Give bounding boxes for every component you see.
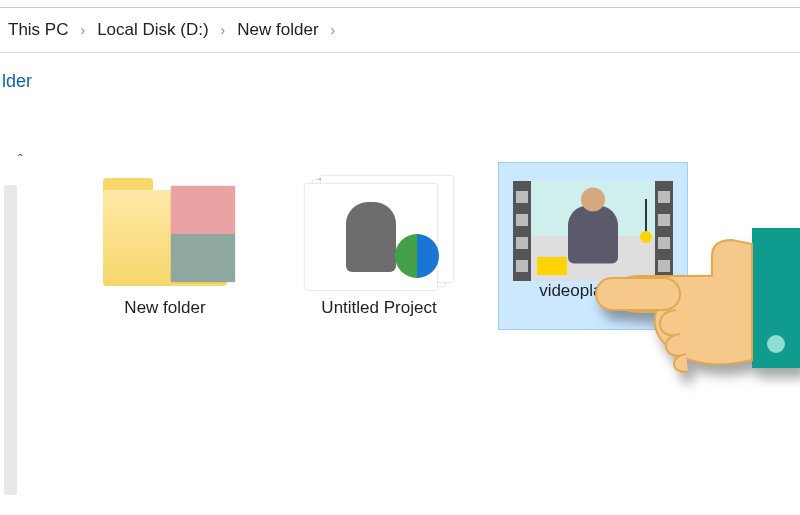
collapse-panel-icon[interactable]: ˆ: [18, 152, 23, 168]
film-strip-icon: [513, 181, 531, 281]
window-top-border: [0, 0, 800, 8]
file-list: New folder Untitled Project: [40, 150, 800, 342]
toolbar-label-partial[interactable]: lder: [2, 71, 32, 91]
chevron-right-icon: ›: [215, 22, 232, 38]
vertical-scrollbar[interactable]: [4, 185, 17, 495]
breadcrumb[interactable]: This PC › Local Disk (D:) › New folder ›: [0, 8, 800, 53]
breadcrumb-item-local-disk-d[interactable]: Local Disk (D:): [93, 18, 212, 42]
file-label: New folder: [124, 298, 205, 318]
breadcrumb-item-this-pc[interactable]: This PC: [4, 18, 72, 42]
film-strip-icon: [655, 181, 673, 281]
file-item-folder[interactable]: Untitled Project: [284, 162, 474, 330]
file-item-folder[interactable]: New folder: [70, 162, 260, 330]
folder-icon: [309, 170, 449, 290]
chevron-right-icon: ›: [74, 22, 91, 38]
video-thumbnail-icon: [513, 181, 673, 281]
toolbar-fragment: lder: [0, 53, 800, 102]
file-item-video-selected[interactable]: videoplayback: [498, 162, 688, 330]
chevron-right-icon: ›: [325, 22, 342, 38]
folder-icon: [95, 170, 235, 290]
breadcrumb-item-new-folder[interactable]: New folder: [233, 18, 322, 42]
file-label: videoplayback: [539, 281, 647, 301]
file-label: Untitled Project: [321, 298, 436, 318]
